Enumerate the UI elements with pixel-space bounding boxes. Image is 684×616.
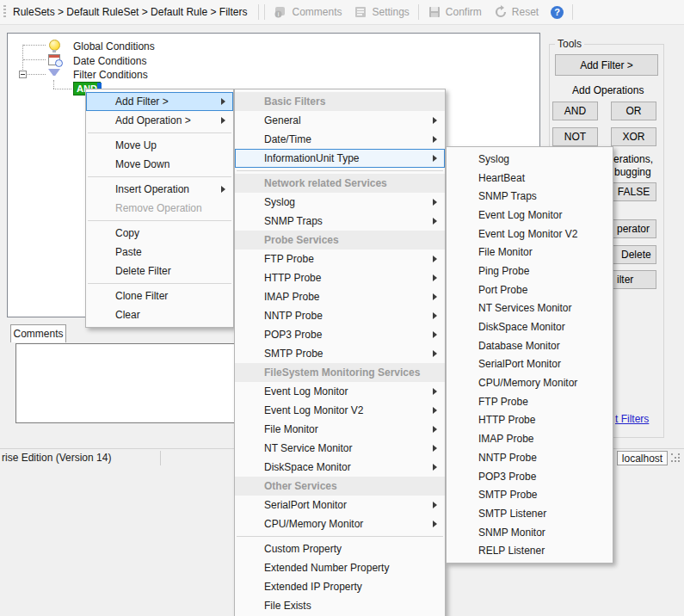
reset-button[interactable]: Reset: [494, 5, 539, 19]
menu-item-nt-services-monitor[interactable]: NT Services Monitor: [447, 299, 613, 318]
menu-item-label: Insert Operation: [115, 183, 189, 195]
confirm-button-label: Confirm: [446, 6, 482, 18]
menu-item-ping-probe[interactable]: Ping Probe: [447, 262, 613, 280]
tree-expander-icon[interactable]: [19, 71, 27, 78]
menu-item-nt-service-monitor[interactable]: NT Service Monitor: [235, 439, 445, 458]
menu-item-paste[interactable]: Paste: [86, 243, 233, 262]
menu-item-event-log-monitor-v2[interactable]: Event Log Monitor V2: [447, 225, 613, 243]
tree-item-filter-conditions[interactable]: Filter Conditions: [73, 69, 148, 81]
menu-item-custom-property[interactable]: Custom Property: [235, 539, 445, 558]
menu-item-ftp-probe[interactable]: FTP Probe: [235, 249, 445, 268]
menu-item-cpu-memory-monitor[interactable]: CPU/Memory Monitor: [447, 373, 613, 392]
menu-item-label: Event Log Monitor: [264, 385, 348, 397]
confirm-button[interactable]: Confirm: [428, 5, 482, 19]
menu-item-general[interactable]: General: [235, 111, 445, 130]
add-operations-label: Add Operations: [572, 84, 644, 96]
menu-item-event-log-monitor[interactable]: Event Log Monitor: [235, 382, 445, 401]
menu-item-serialport-monitor[interactable]: SerialPort Monitor: [235, 496, 445, 514]
menu-item-file-exists[interactable]: File Exists: [235, 596, 445, 615]
menu-item-label: Clear: [115, 309, 140, 321]
menu-item-relp-listener[interactable]: RELP Listener: [447, 541, 613, 560]
menu-item-smtp-listener[interactable]: SMTP Listener: [447, 504, 613, 523]
menu-item-label: HTTP Probe: [264, 272, 321, 284]
not-operation-button[interactable]: NOT: [552, 127, 598, 146]
menu-item-label: RELP Listener: [478, 545, 545, 557]
menu-item-label: File Monitor: [478, 246, 533, 258]
menu-item-nntp-probe[interactable]: NNTP Probe: [447, 448, 613, 467]
menu-item-label: Syslog: [478, 153, 509, 165]
comments-button[interactable]: i Comments: [274, 5, 342, 19]
submenu-arrow-icon: [433, 407, 437, 414]
menu-item-move-down[interactable]: Move Down: [86, 155, 233, 174]
menu-item-label: Date/Time: [264, 133, 311, 145]
menu-item-event-log-monitor[interactable]: Event Log Monitor: [447, 206, 613, 225]
menu-item-label: HTTP Probe: [478, 414, 535, 426]
menu-item-copy[interactable]: Copy: [86, 224, 233, 243]
menu-item-heartbeat[interactable]: HeartBeat: [447, 169, 613, 188]
menu-item-extended-number-property[interactable]: Extended Number Property: [235, 558, 445, 577]
menu-item-port-probe[interactable]: Port Probe: [447, 280, 613, 299]
menu-header-basic-filters: Basic Filters: [235, 92, 445, 111]
menu-item-label: File Monitor: [264, 423, 318, 435]
tree-item-date-conditions[interactable]: Date Conditions: [73, 55, 146, 67]
menu-item-imap-probe[interactable]: IMAP Probe: [447, 429, 613, 448]
menu-item-file-monitor[interactable]: File Monitor: [235, 420, 445, 439]
menu-item-clear[interactable]: Clear: [86, 305, 233, 324]
menu-item-serialport-monitor[interactable]: SerialPort Monitor: [447, 355, 613, 374]
menu-item-snmp-monitor[interactable]: SNMP Monitor: [447, 523, 613, 542]
resize-grip[interactable]: [671, 453, 681, 464]
menu-item-ftp-probe[interactable]: FTP Probe: [447, 392, 613, 411]
menu-item-pop3-probe[interactable]: POP3 Probe: [447, 467, 613, 486]
filters-link[interactable]: t Filters: [615, 413, 649, 425]
and-operation-button[interactable]: AND: [552, 102, 598, 120]
menu-item-pop3-probe[interactable]: POP3 Probe: [235, 325, 445, 344]
menu-item-delete-filter[interactable]: Delete Filter: [86, 262, 233, 280]
tree-item-global-conditions[interactable]: Global Conditions: [73, 40, 155, 52]
tree-connector: [23, 45, 46, 46]
submenu-arrow-icon: [433, 256, 437, 262]
menu-item-smtp-probe[interactable]: SMTP Probe: [235, 344, 445, 363]
menu-item-date-time[interactable]: Date/Time: [235, 130, 445, 149]
menu-item-snmp-traps[interactable]: SNMP Traps: [235, 212, 445, 231]
menu-item-insert-operation[interactable]: Insert Operation: [86, 180, 233, 199]
menu-item-diskspace-monitor[interactable]: DiskSpace Monitor: [447, 317, 613, 336]
menu-item-clone-filter[interactable]: Clone Filter: [86, 286, 233, 305]
tab-comments[interactable]: Comments: [10, 324, 66, 342]
menu-item-label: FTP Probe: [478, 396, 528, 408]
menu-item-syslog[interactable]: Syslog: [235, 193, 445, 212]
menu-item-database-monitor[interactable]: Database Monitor: [447, 336, 613, 355]
toolbar-grip[interactable]: [3, 5, 6, 19]
menu-item-label: NNTP Probe: [478, 452, 537, 464]
menu-item-label: Network related Services: [264, 177, 387, 189]
menu-item-diskspace-monitor[interactable]: DiskSpace Monitor: [235, 458, 445, 477]
menu-item-label: Database Monitor: [478, 340, 560, 352]
menu-item-http-probe[interactable]: HTTP Probe: [447, 411, 613, 430]
menu-item-http-probe[interactable]: HTTP Probe: [235, 268, 445, 287]
menu-item-cpu-memory-monitor[interactable]: CPU/Memory Monitor: [235, 514, 445, 533]
menu-item-file-monitor[interactable]: File Monitor: [447, 243, 613, 262]
menu-item-add-operation[interactable]: Add Operation >: [86, 111, 233, 130]
add-filter-button[interactable]: Add Filter >: [555, 54, 658, 76]
menu-item-nntp-probe[interactable]: NNTP Probe: [235, 306, 445, 325]
menu-item-label: File Exists: [264, 600, 311, 612]
menu-item-imap-probe[interactable]: IMAP Probe: [235, 287, 445, 306]
menu-item-syslog[interactable]: Syslog: [447, 150, 613, 169]
menu-item-informationunit-type[interactable]: InformationUnit Type: [235, 149, 445, 168]
menu-item-add-filter[interactable]: Add Filter >: [86, 92, 233, 111]
menu-item-remove-operation[interactable]: Remove Operation: [86, 199, 233, 218]
xor-operation-button[interactable]: XOR: [611, 127, 656, 146]
menu-item-move-up[interactable]: Move Up: [86, 136, 233, 155]
menu-separator: [237, 170, 443, 171]
menu-item-label: Ping Probe: [478, 265, 529, 277]
menu-item-snmp-traps[interactable]: SNMP Traps: [447, 187, 613, 206]
menu-item-smtp-probe[interactable]: SMTP Probe: [447, 485, 613, 504]
special-operations-label-fragment: bugging: [614, 166, 651, 178]
or-operation-button[interactable]: OR: [611, 102, 656, 120]
informationunit-type-submenu: SyslogHeartBeatSNMP TrapsEvent Log Monit…: [446, 146, 613, 564]
menu-item-event-log-monitor-v2[interactable]: Event Log Monitor V2: [235, 401, 445, 420]
menu-item-extended-ip-property[interactable]: Extended IP Property: [235, 577, 445, 596]
false-operation-button[interactable]: FALSE: [611, 182, 656, 201]
settings-button[interactable]: Settings: [354, 5, 409, 19]
help-icon[interactable]: ?: [551, 6, 564, 19]
submenu-arrow-icon: [433, 464, 437, 471]
